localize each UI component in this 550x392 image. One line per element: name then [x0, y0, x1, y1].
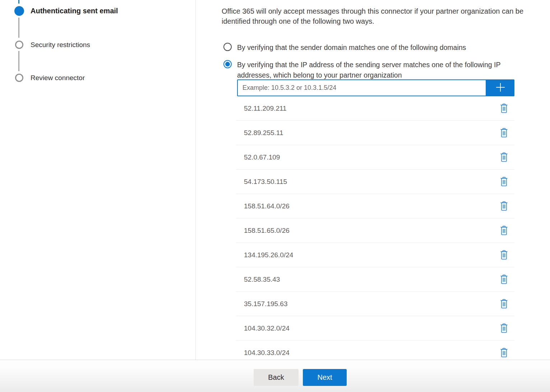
wizard-footer: Back Next: [0, 360, 550, 392]
main-content: Office 365 will only accept messages thr…: [222, 0, 550, 360]
ip-address-text: 52.11.209.211: [244, 105, 287, 112]
ip-row: 52.11.209.211: [236, 96, 514, 121]
ip-row: 52.89.255.11: [236, 121, 514, 145]
ip-row: 158.51.64.0/26: [236, 194, 514, 218]
ip-address-list: 52.11.209.21152.89.255.1152.0.67.10954.1…: [236, 96, 514, 365]
ip-address-text: 35.157.195.63: [244, 300, 288, 308]
plus-icon: [495, 82, 506, 94]
wizard-steps-sidebar: Authenticating sent email Security restr…: [0, 0, 196, 360]
delete-ip-button[interactable]: [499, 152, 509, 163]
ip-row: 35.157.195.63: [236, 292, 514, 316]
delete-ip-button[interactable]: [499, 347, 509, 358]
radio-unselected-icon[interactable]: [223, 43, 232, 51]
option-sender-domain[interactable]: By verifying that the sender domain matc…: [223, 42, 532, 53]
delete-ip-button[interactable]: [499, 127, 509, 138]
delete-ip-button[interactable]: [499, 274, 509, 285]
trash-icon: [500, 329, 508, 334]
add-ip-button[interactable]: [486, 79, 514, 96]
delete-ip-button[interactable]: [499, 323, 509, 334]
ip-input-row: [237, 79, 514, 96]
delete-ip-button[interactable]: [499, 200, 509, 212]
trash-icon: [500, 353, 508, 359]
step-item-security-restrictions[interactable]: Security restrictions: [31, 41, 90, 49]
page-description: Office 365 will only accept messages thr…: [222, 6, 549, 26]
ip-address-text: 52.89.255.11: [244, 129, 283, 137]
trash-icon: [500, 207, 508, 212]
ip-address-text: 54.173.50.115: [244, 178, 287, 186]
ip-address-text: 134.195.26.0/24: [244, 251, 293, 259]
delete-ip-button[interactable]: [499, 298, 509, 309]
option-ip-address[interactable]: By verifying that the IP address of the …: [223, 60, 532, 80]
trash-icon: [500, 182, 508, 188]
trash-icon: [500, 133, 508, 139]
trash-icon: [500, 109, 508, 114]
back-button[interactable]: Back: [254, 369, 299, 386]
option-ip-address-label[interactable]: By verifying that the IP address of the …: [237, 60, 529, 80]
ip-address-text: 52.58.35.43: [244, 276, 280, 283]
trash-icon: [500, 158, 508, 163]
ip-address-input[interactable]: [237, 79, 486, 96]
delete-ip-button[interactable]: [499, 225, 509, 236]
ip-row: 52.0.67.109: [236, 145, 514, 170]
ip-address-text: 52.0.67.109: [244, 153, 280, 161]
ip-address-text: 104.30.32.0/24: [244, 324, 290, 332]
delete-ip-button[interactable]: [499, 249, 509, 260]
step-connector-line: [18, 51, 19, 71]
radio-dot: [225, 62, 230, 66]
ip-address-text: 104.30.33.0/24: [244, 349, 290, 357]
connector-wizard-page: Authenticating sent email Security restr…: [0, 0, 550, 392]
step-upcoming-icon: [15, 41, 23, 49]
step-item-review-connector[interactable]: Review connector: [31, 74, 85, 82]
ip-row: 104.30.32.0/24: [236, 316, 514, 341]
option-sender-domain-label[interactable]: By verifying that the sender domain matc…: [237, 42, 466, 53]
ip-row: 134.195.26.0/24: [236, 243, 514, 267]
trash-icon: [500, 231, 508, 236]
trash-icon: [500, 304, 508, 310]
step-item-authenticating-sent-email[interactable]: Authenticating sent email: [31, 7, 118, 15]
step-track: Authenticating sent email Security restr…: [0, 0, 196, 360]
trash-icon: [500, 255, 508, 261]
radio-selected-icon[interactable]: [223, 60, 232, 68]
delete-ip-button[interactable]: [499, 176, 509, 187]
delete-ip-button[interactable]: [499, 103, 509, 114]
step-connector-line: [18, 0, 19, 4]
trash-icon: [500, 280, 508, 285]
ip-address-text: 158.51.65.0/26: [244, 227, 290, 235]
ip-row: 158.51.65.0/26: [236, 218, 514, 243]
step-current-icon: [14, 6, 24, 16]
step-upcoming-icon: [15, 74, 23, 82]
ip-row: 54.173.50.115: [236, 170, 514, 194]
ip-row: 52.58.35.43: [236, 267, 514, 292]
ip-address-text: 158.51.64.0/26: [244, 202, 290, 210]
step-connector-line: [18, 18, 19, 38]
next-button[interactable]: Next: [303, 369, 347, 386]
